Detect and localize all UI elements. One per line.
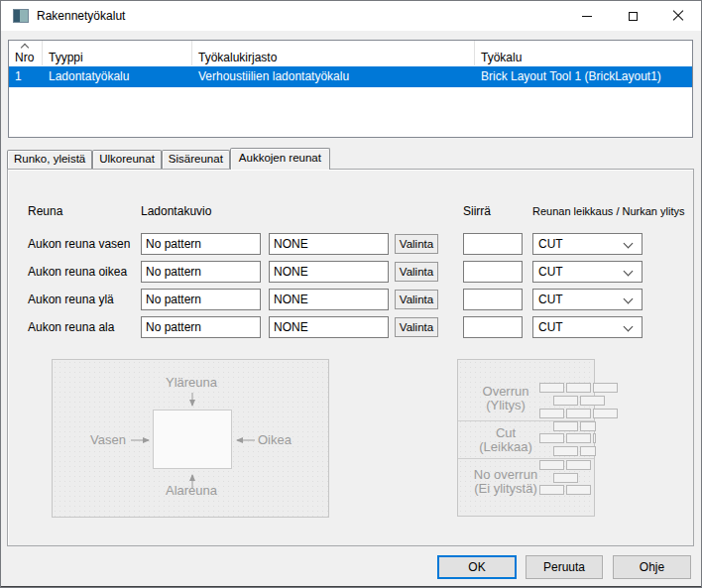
brick <box>566 460 591 470</box>
library-field[interactable] <box>269 316 389 338</box>
brick <box>553 421 578 431</box>
cell-tyokalukirjasto: Verhoustiilien ladontatyökalu <box>192 66 475 87</box>
brick <box>593 433 596 443</box>
valinta-button[interactable]: Valinta <box>395 317 438 337</box>
header-ladontakuvio: Ladontakuvio <box>141 204 211 218</box>
library-field[interactable] <box>269 261 389 283</box>
brick <box>539 409 564 418</box>
tool-table: Nro Tyyppi Työkalukirjasto Työkalu 1 Lad… <box>8 40 693 138</box>
close-button[interactable] <box>655 1 701 31</box>
row-label: Aukon reuna vasen <box>28 233 139 255</box>
chevron-down-icon <box>624 294 634 304</box>
cancel-button[interactable]: Peruuta <box>526 555 603 579</box>
brick <box>553 473 578 483</box>
label-oikea: Oikea <box>258 432 292 447</box>
app-icon <box>13 9 29 23</box>
brick <box>580 446 596 456</box>
dialog-window: Rakennetyökalut Nro Tyyppi Työkalukirjas… <box>0 0 702 588</box>
label-alareuna: Alareuna <box>166 483 217 498</box>
chevron-down-icon <box>624 322 634 332</box>
table-header: Nro Tyyppi Työkalukirjasto Työkalu <box>9 41 692 65</box>
form-row-oikea: Aukon reuna oikea Valinta CUT <box>0 261 702 283</box>
titlebar: Rakennetyökalut <box>1 1 701 31</box>
brick <box>566 383 591 393</box>
brick <box>593 409 618 418</box>
overrun-diagram: Overrun (Ylitys) Cut (Leikkaa) No overru… <box>457 359 595 517</box>
header-reuna: Reuna <box>28 204 62 218</box>
brick <box>566 485 591 495</box>
column-header-tyokalu[interactable]: Työkalu <box>475 41 692 65</box>
minimize-icon <box>582 16 592 17</box>
siirra-field[interactable] <box>463 316 523 338</box>
cell-tyyppi: Ladontatyökalu <box>43 66 192 87</box>
close-icon <box>672 10 684 22</box>
brick <box>593 383 618 393</box>
tab-runko-yleista[interactable]: Runko, yleistä <box>7 150 92 169</box>
brick <box>539 433 564 443</box>
brick <box>553 396 578 406</box>
label-ylareuna: Yläreuna <box>166 375 217 390</box>
tab-ulkoreunat[interactable]: Ulkoreunat <box>92 150 162 169</box>
caption-buttons <box>564 1 701 31</box>
chevron-down-icon <box>624 267 634 277</box>
leikkaus-select[interactable]: CUT <box>532 261 643 283</box>
row-label: Aukon reuna oikea <box>28 261 139 283</box>
column-header-tyokalukirjasto[interactable]: Työkalukirjasto <box>192 41 475 65</box>
ok-button[interactable]: OK <box>437 555 517 579</box>
maximize-icon <box>629 12 638 21</box>
help-button[interactable]: Ohje <box>613 555 691 579</box>
valinta-button[interactable]: Valinta <box>395 290 438 309</box>
leikkaus-select[interactable]: CUT <box>532 233 643 255</box>
brick <box>539 485 564 495</box>
siirra-field[interactable] <box>463 289 523 310</box>
chevron-down-icon <box>624 239 634 249</box>
tab-strip: Runko, yleistä Ulkoreunat Sisäreunat Auk… <box>7 148 330 170</box>
row-label: Aukon reuna ala <box>28 316 139 338</box>
table-row-selected[interactable]: 1 Ladontatyökalu Verhoustiilien ladontat… <box>9 66 692 87</box>
label-vasen: Vasen <box>90 432 126 447</box>
pattern-field[interactable] <box>141 261 261 283</box>
brick <box>553 446 578 456</box>
minimize-button[interactable] <box>564 1 610 31</box>
pattern-field[interactable] <box>141 316 261 338</box>
pattern-field[interactable] <box>141 233 261 255</box>
library-field[interactable] <box>269 233 389 255</box>
maximize-button[interactable] <box>610 1 655 31</box>
brick <box>580 396 605 406</box>
form-row-yla: Aukon reuna ylä Valinta CUT <box>0 289 702 310</box>
brick <box>539 460 564 470</box>
header-reunan-leikkaus: Reunan leikkaus / Nurkan ylitys <box>532 205 684 217</box>
valinta-button[interactable]: Valinta <box>395 262 438 282</box>
row-label: Aukon reuna ylä <box>28 289 139 310</box>
form-row-vasen: Aukon reuna vasen Valinta CUT <box>0 233 702 255</box>
header-siirra: Siirrä <box>463 204 491 218</box>
siirra-field[interactable] <box>463 233 523 255</box>
cell-tyokalu: Brick Layout Tool 1 (BrickLayout1) <box>475 66 692 87</box>
brick <box>566 433 591 443</box>
cell-nro: 1 <box>9 66 43 87</box>
window-title: Rakennetyökalut <box>37 1 125 31</box>
tab-aukkojen-reunat[interactable]: Aukkojen reunat <box>230 148 330 170</box>
column-header-nro[interactable]: Nro <box>9 41 43 65</box>
band-divider <box>458 458 594 459</box>
brick <box>539 383 564 393</box>
leikkaus-select[interactable]: CUT <box>532 289 643 310</box>
tab-sisareunat[interactable]: Sisäreunat <box>162 150 230 169</box>
pattern-field[interactable] <box>141 289 261 310</box>
edge-diagram: Yläreuna Vasen Oikea Alareuna <box>52 359 329 518</box>
valinta-button[interactable]: Valinta <box>395 234 438 254</box>
brick <box>566 409 591 418</box>
form-row-ala: Aukon reuna ala Valinta CUT <box>0 316 702 338</box>
leikkaus-select[interactable]: CUT <box>532 316 643 338</box>
siirra-field[interactable] <box>463 261 523 283</box>
column-header-tyyppi[interactable]: Tyyppi <box>43 41 192 65</box>
brick <box>580 421 596 431</box>
library-field[interactable] <box>269 289 389 310</box>
